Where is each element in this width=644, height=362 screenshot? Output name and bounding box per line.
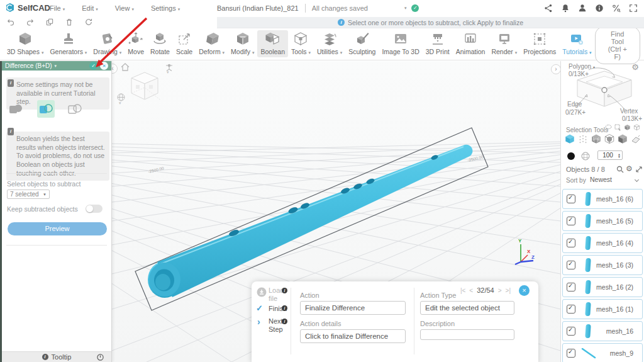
menu-edit[interactable]: Edit▾ — [82, 4, 97, 12]
navigation-cube[interactable] — [128, 70, 161, 104]
menu-file[interactable]: File▾ — [50, 4, 65, 12]
toolbar-image-to-3d[interactable]: Image To 3D — [379, 30, 422, 57]
expand-right-panel-button[interactable]: › — [551, 64, 561, 74]
info-icon[interactable]: i — [282, 305, 287, 311]
toolbar-drawing[interactable]: Drawing ▾ — [90, 30, 125, 57]
description-input[interactable] — [420, 329, 514, 340]
object-visibility-checkbox[interactable] — [567, 261, 575, 269]
stepper-arrows-icon[interactable]: ▲▼ — [618, 153, 622, 158]
opacity-stepper[interactable]: 100 ▲▼ — [597, 150, 623, 160]
undo-icon[interactable] — [6, 18, 15, 26]
account-icon[interactable] — [578, 4, 587, 13]
color-swatch[interactable] — [567, 152, 575, 160]
object-visibility-checkbox[interactable] — [567, 283, 575, 291]
object-list-item[interactable]: mesh_16 (1) — [562, 299, 643, 319]
object-visibility-checkbox[interactable] — [567, 217, 575, 225]
boolean-difference-option[interactable] — [37, 100, 55, 118]
close-tutorial-button[interactable]: × — [519, 285, 530, 296]
lasso-select-icon[interactable] — [605, 124, 612, 131]
object-list-item[interactable]: mesh_9 — [562, 343, 643, 362]
object-list-item[interactable]: mesh_16 (2) — [562, 277, 643, 297]
toolbar-tools[interactable]: Tools ▾ — [288, 30, 314, 57]
search-objects-icon[interactable] — [616, 166, 624, 173]
keep-subtracted-toggle[interactable] — [86, 205, 103, 213]
toolbar-render[interactable]: Render ▾ — [488, 30, 520, 57]
toolbar-animation[interactable]: Animation — [453, 30, 489, 57]
toolbar-move[interactable]: Move — [125, 30, 147, 57]
object-visibility-checkbox[interactable] — [567, 305, 575, 314]
menu-settings[interactable]: Settings▾ — [151, 4, 180, 12]
object-list-item[interactable]: mesh_16 (6) — [562, 189, 643, 209]
objects-settings-gear-icon[interactable]: ⚙ — [626, 164, 633, 173]
object-list-item[interactable]: mesh_16 — [562, 321, 643, 341]
toolbar-projections[interactable]: Projections — [520, 30, 559, 57]
object-visibility-checkbox[interactable] — [567, 195, 575, 203]
box-select-icon[interactable] — [614, 124, 621, 131]
select-plane-mode-icon[interactable] — [630, 133, 641, 145]
redo-icon[interactable] — [26, 18, 35, 26]
units-icon[interactable] — [612, 4, 621, 13]
save-status-caret-icon[interactable]: ▾ — [404, 6, 407, 11]
project-title[interactable]: Bansuri (Indian Flute)_821 — [217, 4, 299, 12]
close-panel-button[interactable]: × — [100, 62, 108, 70]
select-half-mode-icon[interactable] — [617, 133, 628, 145]
toolbar-tutorials[interactable]: Tutorials ▾ — [559, 30, 594, 57]
refresh-icon[interactable] — [84, 18, 93, 26]
object-list-item[interactable]: mesh_16 (3) — [562, 255, 643, 275]
material-sphere-icon[interactable] — [581, 152, 590, 161]
toolbar-boolean[interactable]: Boolean — [257, 30, 288, 57]
fullscreen-icon[interactable] — [629, 4, 638, 13]
preview-button[interactable]: Preview — [8, 222, 107, 235]
action-type-input[interactable] — [420, 301, 514, 315]
toolbar-sculpting[interactable]: Sculpting — [345, 30, 379, 57]
prev-step-button[interactable]: < — [469, 287, 473, 294]
object-visibility-checkbox[interactable] — [567, 327, 575, 336]
globe-caret-icon[interactable]: ▾ — [119, 101, 121, 106]
object-visibility-checkbox[interactable] — [567, 349, 575, 358]
boolean-intersection-option[interactable] — [66, 100, 84, 118]
toolbar-generators[interactable]: Generators ▾ — [47, 30, 90, 57]
info-icon[interactable] — [595, 4, 604, 13]
toolbar-utilities[interactable]: Utilities ▾ — [314, 30, 345, 57]
menu-view[interactable]: View▾ — [115, 4, 134, 12]
expand-list-icon[interactable] — [635, 166, 643, 173]
action-input[interactable] — [300, 301, 406, 315]
panel-header[interactable]: Difference (B+D) ▾ ✓ × — [2, 61, 111, 71]
subtract-selection-cube-icon[interactable] — [633, 124, 640, 131]
toolbar-rotate[interactable]: Rotate — [147, 30, 173, 57]
camera-caret-icon[interactable]: ▾ — [167, 70, 169, 75]
toolbar-modify[interactable]: Modify ▾ — [228, 30, 257, 57]
info-icon[interactable]: i — [282, 319, 287, 324]
select-sphere-mode-icon[interactable] — [604, 133, 615, 145]
apply-button[interactable]: ✓ — [89, 62, 97, 70]
notifications-bell-icon[interactable] — [561, 4, 570, 13]
select-edges-mode-icon[interactable] — [591, 133, 602, 145]
selfcad-logo[interactable]: SelfCAD — [5, 3, 50, 13]
toolbar-scale[interactable]: Scale — [173, 30, 196, 57]
tooltip-toggle-icon[interactable] — [97, 354, 104, 361]
delete-icon[interactable] — [65, 18, 74, 26]
info-icon[interactable]: i — [282, 288, 287, 293]
find-tool-button[interactable]: Find Tool (Ctrl + F) — [595, 26, 640, 64]
add-selection-cube-icon[interactable] — [624, 124, 631, 131]
toolbar-3d-shapes[interactable]: 3D Shapes ▾ — [4, 30, 47, 57]
first-step-button[interactable]: |< — [460, 287, 465, 294]
object-visibility-checkbox[interactable] — [567, 239, 575, 247]
panel-collapse-caret-icon[interactable]: ▾ — [55, 64, 57, 69]
load-file-icon[interactable] — [257, 287, 267, 297]
select-vertices-mode-icon[interactable] — [577, 133, 589, 145]
object-list-item[interactable]: mesh_16 (4) — [562, 233, 643, 253]
copy-icon[interactable] — [45, 18, 54, 26]
select-solid-mode-icon[interactable] — [564, 133, 575, 145]
object-list-item[interactable]: mesh_16 (5) — [562, 211, 643, 231]
action-details-input[interactable] — [300, 329, 406, 343]
tooltip-footer[interactable]: i Tooltip — [2, 351, 111, 362]
next-step-button[interactable]: > — [498, 287, 502, 294]
toolbar-3d-print[interactable]: 3D Print — [423, 30, 453, 57]
boolean-union-option[interactable] — [7, 100, 25, 118]
last-step-button[interactable]: >| — [506, 287, 511, 294]
share-icon[interactable] — [544, 4, 553, 13]
subtract-objects-select[interactable]: 7 selected▼ — [7, 189, 50, 199]
sort-dropdown[interactable]: Newest — [590, 174, 640, 184]
toolbar-deform[interactable]: Deform ▾ — [196, 30, 228, 57]
